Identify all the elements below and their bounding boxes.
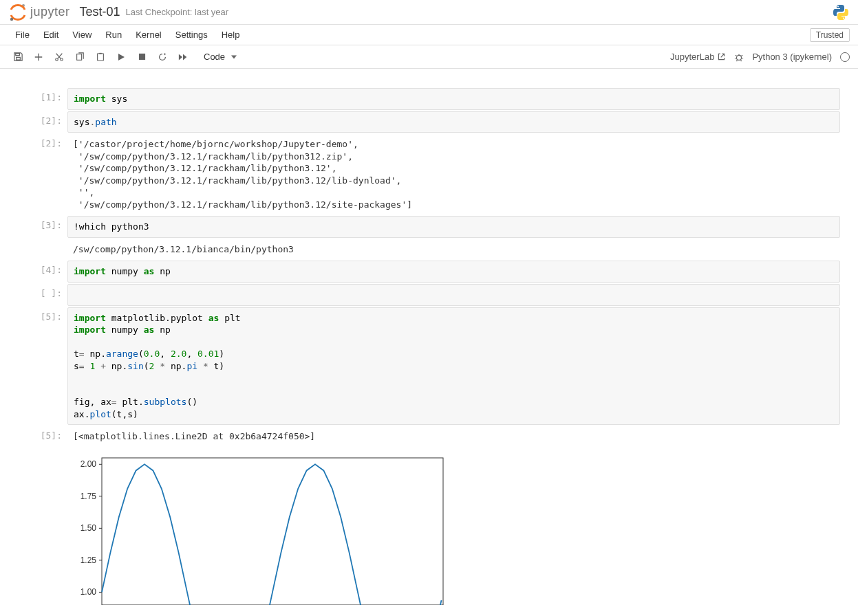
cell-body: sys.path	[67, 111, 840, 133]
copy-icon[interactable]	[70, 48, 89, 66]
cell-body: 1.001.251.501.752.00	[67, 448, 840, 605]
menu-run[interactable]: Run	[98, 25, 129, 44]
cell-prompt: [5]:	[11, 426, 67, 447]
chart-output-cell: 1.001.251.501.752.00	[11, 448, 847, 605]
checkpoint-text: Last Checkpoint: last year	[126, 7, 229, 17]
cell-type-select[interactable]: Code	[194, 50, 239, 63]
kernel-name[interactable]: Python 3 (ipykernel)	[752, 52, 832, 62]
cell-body: /sw/comp/python/3.12.1/bianca/bin/python…	[67, 239, 840, 260]
output-cell: [5]:[<matplotlib.lines.Line2D at 0x2b6a4…	[11, 426, 847, 447]
cell-prompt: [2]:	[11, 134, 67, 214]
paste-icon[interactable]	[91, 48, 110, 66]
chart: 1.001.251.501.752.00	[67, 448, 840, 605]
cell-prompt: [2]:	[11, 111, 67, 133]
cell-prompt	[11, 448, 67, 605]
external-link-icon	[717, 52, 726, 61]
cell-prompt: [5]:	[11, 307, 67, 426]
output-text: /sw/comp/python/3.12.1/bianca/bin/python…	[67, 239, 840, 260]
cell-prompt: [4]:	[11, 261, 67, 283]
fast-forward-icon[interactable]	[173, 48, 193, 66]
code-cell[interactable]: [3]:!which python3	[11, 216, 847, 238]
header: jupyter Test-01 Last Checkpoint: last ye…	[0, 0, 858, 25]
code-cell[interactable]: [5]:import matplotlib.pyplot as plt impo…	[11, 307, 847, 426]
cell-body: import matplotlib.pyplot as plt import n…	[67, 307, 840, 426]
svg-text:1.50: 1.50	[81, 523, 97, 533]
chart-svg: 1.001.251.501.752.00	[67, 454, 444, 605]
svg-point-10	[737, 55, 742, 60]
svg-point-5	[61, 58, 63, 60]
cell-body: !which python3	[67, 216, 840, 238]
menu-kernel[interactable]: Kernel	[129, 25, 169, 44]
svg-rect-7	[98, 53, 104, 60]
cell-body: import sys	[67, 88, 840, 110]
menu-help[interactable]: Help	[215, 25, 247, 44]
kernel-status-icon	[840, 52, 850, 62]
code-cell[interactable]: [ ]:	[11, 284, 847, 306]
svg-rect-11	[102, 458, 443, 605]
menu-settings[interactable]: Settings	[169, 25, 215, 44]
output-text: [<matplotlib.lines.Line2D at 0x2b6a4724f…	[67, 426, 840, 447]
save-icon[interactable]	[8, 48, 28, 66]
debug-icon[interactable]	[734, 52, 744, 62]
cell-prompt	[11, 239, 67, 260]
toolbar: Code JupyterLab Python 3 (ipykernel)	[0, 45, 858, 69]
svg-point-1	[10, 17, 13, 20]
svg-text:1.75: 1.75	[81, 492, 97, 501]
svg-point-3	[843, 17, 844, 19]
cell-prompt: [3]:	[11, 216, 67, 238]
menu-view[interactable]: View	[65, 25, 98, 44]
restart-icon[interactable]	[153, 48, 172, 66]
code-input[interactable]: import numpy as np	[67, 261, 840, 283]
svg-text:1.00: 1.00	[81, 587, 97, 597]
brand-text: jupyter	[30, 5, 70, 19]
code-cell[interactable]: [1]:import sys	[11, 88, 847, 110]
code-input[interactable]: !which python3	[67, 216, 840, 238]
cell-body: ['/castor/project/home/bjornc/workshop/J…	[67, 134, 840, 214]
run-icon[interactable]	[111, 48, 131, 66]
notebook-container: [1]:import sys[2]:sys.path[2]:['/castor/…	[0, 69, 858, 616]
output-cell: /sw/comp/python/3.12.1/bianca/bin/python…	[11, 239, 847, 260]
svg-point-2	[837, 6, 839, 7]
svg-rect-6	[77, 54, 82, 60]
output-text: ['/castor/project/home/bjornc/workshop/J…	[67, 134, 840, 214]
menubar: FileEditViewRunKernelSettingsHelp Truste…	[0, 25, 858, 45]
cell-prompt: [1]:	[11, 88, 67, 110]
svg-text:1.25: 1.25	[81, 556, 97, 565]
notebook-title[interactable]: Test-01	[80, 5, 120, 19]
code-cell[interactable]: [2]:sys.path	[11, 111, 847, 133]
jupyterlab-label: JupyterLab	[670, 52, 714, 62]
code-cell[interactable]: [4]:import numpy as np	[11, 261, 847, 283]
cut-icon[interactable]	[50, 48, 69, 66]
trusted-badge[interactable]: Trusted	[810, 28, 850, 42]
menu-edit[interactable]: Edit	[36, 25, 65, 44]
code-input[interactable]: import matplotlib.pyplot as plt import n…	[67, 307, 840, 426]
svg-point-4	[56, 58, 58, 60]
notebook: [1]:import sys[2]:sys.path[2]:['/castor/…	[11, 82, 847, 610]
svg-rect-9	[138, 54, 144, 60]
stop-icon[interactable]	[132, 48, 151, 66]
cell-body	[67, 284, 840, 306]
svg-rect-8	[99, 52, 102, 54]
jupyterlab-link[interactable]: JupyterLab	[670, 52, 726, 62]
svg-text:2.00: 2.00	[81, 459, 97, 469]
jupyter-icon	[8, 3, 28, 22]
python-icon	[832, 3, 850, 21]
code-input[interactable]: import sys	[67, 88, 840, 110]
cell-prompt: [ ]:	[11, 284, 67, 306]
add-cell-icon[interactable]	[29, 48, 48, 66]
cell-body: [<matplotlib.lines.Line2D at 0x2b6a4724f…	[67, 426, 840, 447]
menu-file[interactable]: File	[8, 25, 36, 44]
code-input[interactable]: sys.path	[67, 111, 840, 133]
jupyter-logo[interactable]: jupyter	[8, 3, 70, 22]
output-cell: [2]:['/castor/project/home/bjornc/worksh…	[11, 134, 847, 214]
cell-body: import numpy as np	[67, 261, 840, 283]
code-input[interactable]	[67, 284, 840, 306]
